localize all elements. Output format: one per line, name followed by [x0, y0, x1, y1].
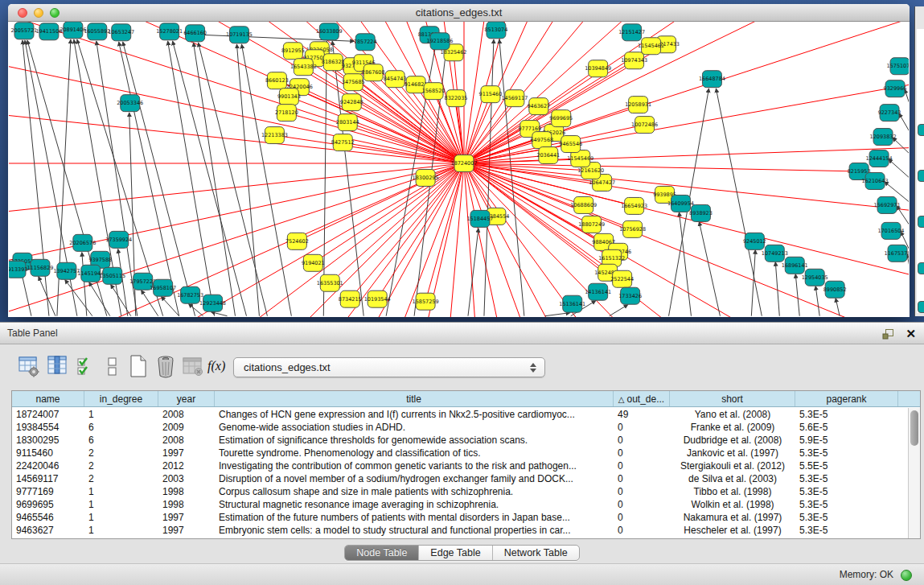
graph-node[interactable]: 10719135	[226, 27, 253, 43]
select-column-icon[interactable]	[47, 354, 69, 378]
tab-network-table[interactable]: Network Table	[493, 546, 579, 560]
graph-node[interactable]: 9194021	[302, 254, 325, 271]
graph-node[interactable]: 11675378	[885, 245, 909, 262]
graph-node[interactable]: 20891406	[60, 22, 86, 39]
column-header-title[interactable]: title	[215, 391, 614, 406]
graph-node[interactable]: 15184457	[466, 210, 493, 227]
graph-node[interactable]: 15751074	[887, 58, 909, 75]
graph-node[interactable]: 16543382	[290, 59, 317, 76]
graph-node[interactable]: 13505115	[99, 267, 125, 284]
window-titlebar[interactable]: citations_edges.txt	[8, 4, 910, 22]
graph-node[interactable]: 20053346	[117, 95, 143, 112]
graph-node[interactable]: 2718120	[275, 105, 298, 122]
graph-node[interactable]: 8454743	[384, 71, 407, 88]
graph-node[interactable]: 10749213	[762, 245, 788, 262]
float-panel-icon[interactable]	[882, 328, 894, 340]
graph-node[interactable]: 15857259	[413, 293, 439, 310]
graph-node[interactable]: 16958107	[150, 279, 176, 296]
graph-node[interactable]: 12923448	[199, 295, 226, 311]
graph-node[interactable]: 8322035	[445, 90, 468, 107]
graph-node[interactable]: 16896141	[782, 257, 808, 274]
table-scrollbar[interactable]	[908, 408, 920, 538]
graph-node[interactable]: 1568520	[422, 83, 446, 100]
table-row[interactable]: 1938455462009Genome-wide association stu…	[12, 421, 908, 434]
graph-node[interactable]: 19218586	[427, 33, 454, 50]
column-header-short[interactable]: short	[670, 391, 795, 406]
graph-node[interactable]: 16055892	[84, 23, 110, 40]
graph-node[interactable]: 12444154	[866, 150, 893, 167]
select-rows-checks-icon[interactable]	[76, 354, 98, 378]
table-row[interactable]: 2242004622012Investigating the contribut…	[12, 459, 908, 472]
graph-node[interactable]: 9242848	[340, 94, 363, 111]
table-row[interactable]: 946554611997Estimation of the future num…	[12, 511, 908, 524]
graph-node[interactable]: 9227343	[878, 105, 901, 122]
table-row[interactable]: 969969511998Structural magnetic resonanc…	[12, 498, 908, 511]
column-header-name[interactable]: name	[12, 391, 84, 406]
graph-node[interactable]: 9245012	[743, 233, 766, 249]
background-window-sliver[interactable]	[914, 6, 924, 316]
memory-status-indicator[interactable]	[901, 570, 912, 581]
graph-node[interactable]: 20206576	[69, 234, 96, 251]
graph-node[interactable]: 10974343	[621, 52, 647, 69]
function-builder-icon[interactable]: f(x)	[207, 354, 230, 378]
graph-node[interactable]: 18807249	[578, 216, 605, 233]
unselect-rows-icon[interactable]	[101, 354, 124, 378]
graph-node[interactable]: 9115460	[479, 86, 503, 103]
graph-node[interactable]: 9329966	[884, 80, 907, 97]
tab-node-table[interactable]: Node Table	[345, 546, 419, 560]
graph-node[interactable]: 17016504	[878, 222, 905, 239]
graph-node[interactable]: 16355301	[317, 274, 343, 291]
graph-node[interactable]: 16654923	[621, 197, 647, 214]
graph-node[interactable]: 12093832	[870, 129, 897, 146]
table-row[interactable]: 977716911998Corpus callosum shape and si…	[12, 485, 908, 498]
graph-node[interactable]: 12213383	[261, 127, 288, 144]
graph-node[interactable]: 12058931	[625, 97, 651, 113]
graph-node[interactable]: 15278021	[156, 23, 183, 40]
graph-node[interactable]: 15136141	[559, 295, 585, 312]
graph-node[interactable]: 12954035	[802, 269, 828, 286]
graph-node[interactable]: 15692971	[874, 196, 901, 213]
graph-node[interactable]: 10072486	[631, 117, 658, 134]
graph-node[interactable]: 9463627	[527, 98, 550, 115]
graph-node[interactable]: 10193544	[364, 290, 391, 307]
graph-node[interactable]: 11545462	[638, 38, 664, 55]
table-row[interactable]: 946362711997Embryonic stem cells: a mode…	[12, 524, 908, 537]
graph-node[interactable]: 6497568	[530, 132, 553, 149]
graph-node[interactable]: 2867608	[362, 64, 385, 81]
network-canvas[interactable]: 1832546218226058891295586601239127503165…	[9, 22, 909, 317]
table-row[interactable]: 1830029562008Estimation of significance …	[12, 434, 908, 447]
table-row[interactable]: 1456911722003Disruption of a novel membe…	[12, 472, 908, 485]
graph-node[interactable]: 10688609	[570, 196, 597, 213]
graph-node[interactable]: 7524602	[285, 233, 309, 249]
graph-node[interactable]: 16210643	[862, 172, 889, 189]
table-panel-titlebar[interactable]: Table Panel ✕	[0, 323, 924, 344]
graph-node[interactable]: 8990852	[823, 281, 847, 298]
graph-node[interactable]: 9465546	[559, 136, 582, 153]
graph-node[interactable]: 2036441	[536, 147, 560, 164]
column-header-in_degree[interactable]: in_degree	[84, 391, 158, 406]
graph-node[interactable]: 14569117	[501, 90, 528, 107]
table-row[interactable]: 1872400712008Changes of HCN gene express…	[12, 408, 908, 421]
graph-node[interactable]: 14136141	[585, 283, 611, 300]
column-header-year[interactable]: year	[158, 391, 215, 406]
graph-node[interactable]: 19411506	[35, 23, 62, 40]
graph-node[interactable]: 8938923	[689, 204, 713, 221]
graph-node[interactable]: 16033809	[316, 23, 343, 40]
graph-node[interactable]: 2522544	[610, 270, 634, 287]
table-selector-dropdown[interactable]: citations_edges.txt	[233, 357, 545, 377]
column-header-pagerank[interactable]: pagerank	[795, 391, 898, 406]
table-scrollbar-thumb[interactable]	[910, 410, 918, 446]
tab-edge-table[interactable]: Edge Table	[419, 546, 492, 560]
new-table-icon[interactable]	[127, 354, 150, 378]
graph-node[interactable]: 9699695	[549, 110, 573, 127]
graph-node[interactable]: 8912955	[281, 43, 305, 60]
graph-node[interactable]: 1733426	[618, 287, 642, 304]
delete-trash-icon[interactable]	[154, 354, 177, 378]
graph-hub-node[interactable]: 18724007	[451, 155, 478, 172]
graph-node[interactable]: 3913393	[9, 261, 27, 278]
graph-node[interactable]: 13942757	[53, 262, 80, 279]
graph-node[interactable]: 7857224	[354, 34, 377, 51]
graph-node[interactable]: 9901343	[277, 89, 301, 105]
graph-node[interactable]: 17359924	[105, 231, 132, 248]
graph-node[interactable]: 8513074	[485, 22, 508, 39]
